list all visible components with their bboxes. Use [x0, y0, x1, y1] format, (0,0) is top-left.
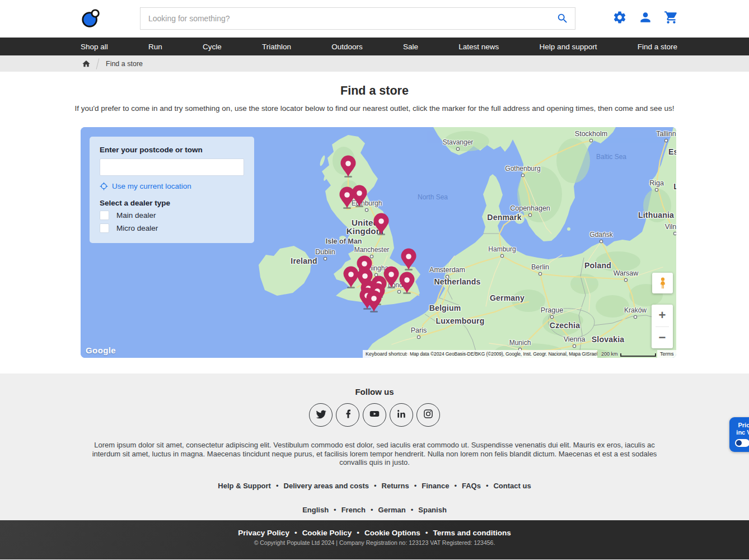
- breadcrumb-current: Find a store: [106, 60, 143, 68]
- vat-badge-line2: inc VAT: [729, 429, 749, 436]
- map-attribution: Keyboard shortcuts Map data ©2024 GeoBas…: [81, 350, 676, 358]
- footer-languages: English•French•German•Spanish: [0, 506, 749, 514]
- bullet-separator: •: [374, 482, 377, 490]
- zoom-out-button[interactable]: −: [652, 327, 673, 349]
- bullet-separator: •: [454, 482, 457, 490]
- footer-link-faqs[interactable]: FAQs: [462, 482, 481, 490]
- nav-item-help-and-support[interactable]: Help and support: [540, 43, 597, 51]
- footer-link-help-support[interactable]: Help & Support: [218, 482, 271, 490]
- map-scale: 200 km: [601, 351, 656, 357]
- bullet-separator: •: [411, 506, 414, 514]
- store-marker[interactable]: [400, 272, 415, 293]
- nav-item-triathlon[interactable]: Triathlon: [262, 43, 291, 51]
- user-icon[interactable]: [638, 10, 653, 25]
- footer-link-delivery-areas-and-costs[interactable]: Delivery areas and costs: [284, 482, 369, 490]
- search-icon[interactable]: [550, 8, 575, 29]
- home-icon[interactable]: [82, 59, 91, 68]
- breadcrumb: Find a store: [0, 55, 749, 72]
- nav-item-outdoors[interactable]: Outdoors: [331, 43, 363, 51]
- checkbox-micro-dealer[interactable]: [100, 223, 109, 233]
- search-bar: [140, 7, 575, 30]
- footer-link-contact-us[interactable]: Contact us: [493, 482, 531, 490]
- map-data-attribution: Map data ©2024 GeoBasis-DE/BKG (©2009), …: [407, 350, 597, 358]
- breadcrumb-separator: [96, 58, 100, 69]
- checkbox-label: Main dealer: [116, 211, 156, 220]
- store-marker[interactable]: [344, 267, 359, 288]
- legal-link-cookie-policy[interactable]: Cookie Policy: [302, 529, 352, 537]
- use-current-location-link[interactable]: Use my current location: [100, 182, 244, 190]
- store-locator-panel: Enter your postcode or town Use my curre…: [90, 137, 254, 243]
- site-logo[interactable]: [81, 8, 102, 29]
- language-english[interactable]: English: [302, 506, 329, 514]
- pegman-icon: [657, 276, 669, 291]
- store-map[interactable]: North SeaBaltic SeaUnitedKingdomIrelandD…: [81, 127, 676, 358]
- pegman-control[interactable]: [652, 273, 673, 293]
- youtube-social-button[interactable]: [363, 403, 386, 427]
- bullet-separator: •: [425, 529, 428, 537]
- instagram-social-button[interactable]: [416, 403, 440, 427]
- page-title: Find a store: [0, 84, 749, 98]
- google-logo[interactable]: Google: [86, 346, 116, 355]
- footer-about-text: Lorem ipsum dolor sit amet, consectetur …: [82, 441, 667, 467]
- vat-toggle-badge: Prices inc VAT: [729, 417, 749, 452]
- bullet-separator: •: [414, 482, 417, 490]
- header: [0, 0, 749, 38]
- search-input[interactable]: [141, 14, 550, 23]
- gear-icon[interactable]: [612, 10, 627, 25]
- dealer-type-row-main-dealer: Main dealer: [100, 211, 244, 220]
- legal-link-terms-and-conditions[interactable]: Terms and conditions: [433, 529, 511, 537]
- store-marker[interactable]: [340, 187, 355, 208]
- footer-link-returns[interactable]: Returns: [382, 482, 409, 490]
- nav-item-latest-news[interactable]: Latest news: [458, 43, 499, 51]
- legal-links: Privacy Policy•Cookie Policy•Cookie Opti…: [0, 520, 749, 537]
- store-marker[interactable]: [341, 156, 356, 177]
- legal-link-cookie-options[interactable]: Cookie Options: [364, 529, 420, 537]
- legal-footer: Privacy Policy•Cookie Policy•Cookie Opti…: [0, 520, 749, 559]
- vat-badge-line1: Prices: [729, 422, 749, 429]
- zoom-in-button[interactable]: +: [652, 305, 673, 326]
- language-spanish[interactable]: Spanish: [418, 506, 447, 514]
- bullet-separator: •: [276, 482, 279, 490]
- nav-item-find-a-store[interactable]: Find a store: [638, 43, 677, 51]
- nav-item-sale[interactable]: Sale: [403, 43, 418, 51]
- facebook-icon: [342, 408, 353, 422]
- nav-item-cycle[interactable]: Cycle: [203, 43, 222, 51]
- checkbox-main-dealer[interactable]: [100, 211, 109, 220]
- bullet-separator: •: [486, 482, 489, 490]
- scale-bar: [620, 353, 656, 357]
- dealer-type-row-micro-dealer: Micro dealer: [100, 223, 244, 233]
- main-nav: Shop allRunCycleTriathlonOutdoorsSaleLat…: [0, 38, 749, 55]
- follow-us-heading: Follow us: [0, 374, 749, 396]
- copyright-text: © Copyright Populate Ltd 2024 | Company …: [0, 539, 749, 546]
- footer: Follow us Lorem ipsum dolor sit amet, co…: [0, 374, 749, 520]
- crosshair-icon: [100, 182, 108, 190]
- nav-item-run[interactable]: Run: [148, 43, 162, 51]
- twitter-icon: [315, 408, 326, 422]
- terms-link[interactable]: Terms: [657, 350, 676, 358]
- vat-toggle-switch[interactable]: [735, 439, 749, 447]
- footer-links: Help & Support•Delivery areas and costs•…: [0, 482, 749, 490]
- store-marker[interactable]: [401, 249, 416, 270]
- linkedin-icon: [396, 408, 407, 422]
- bullet-separator: •: [294, 529, 297, 537]
- linkedin-social-button[interactable]: [390, 403, 413, 427]
- zoom-control: + −: [652, 305, 673, 348]
- facebook-social-button[interactable]: [336, 403, 359, 427]
- dealer-type-label: Select a dealer type: [100, 199, 244, 207]
- page-intro: If you'd prefer to come in and try somet…: [0, 104, 749, 113]
- cart-icon[interactable]: [664, 10, 678, 25]
- language-french[interactable]: French: [341, 506, 366, 514]
- footer-link-finance[interactable]: Finance: [422, 482, 449, 490]
- language-german[interactable]: German: [378, 506, 406, 514]
- postcode-label: Enter your postcode or town: [100, 146, 244, 154]
- postcode-input[interactable]: [100, 158, 244, 176]
- legal-link-privacy-policy[interactable]: Privacy Policy: [238, 529, 289, 537]
- nav-item-shop-all[interactable]: Shop all: [81, 43, 108, 51]
- store-marker[interactable]: [374, 213, 389, 235]
- twitter-social-button[interactable]: [309, 403, 333, 427]
- checkbox-label: Micro dealer: [116, 224, 158, 232]
- bullet-separator: •: [334, 506, 336, 514]
- bullet-separator: •: [357, 529, 359, 537]
- instagram-icon: [423, 408, 434, 422]
- keyboard-shortcuts-button[interactable]: Keyboard shortcuts: [363, 350, 412, 358]
